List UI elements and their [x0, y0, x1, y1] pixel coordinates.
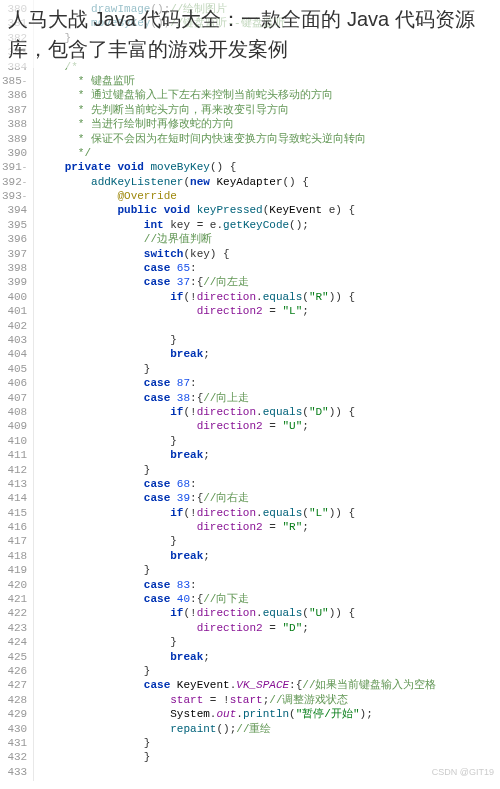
- code-line: int key = e.getKeyCode();: [38, 218, 500, 232]
- code-line: case 83:: [38, 578, 500, 592]
- line-number: 395: [2, 218, 27, 232]
- line-number: 429: [2, 707, 27, 721]
- code-line: if(!direction.equals("R")) {: [38, 290, 500, 304]
- code-line: }: [38, 750, 500, 764]
- watermark: CSDN @GIT19: [432, 767, 494, 777]
- line-number: 420: [2, 578, 27, 592]
- line-number: 383: [2, 45, 27, 59]
- code-line: case 65:: [38, 261, 500, 275]
- line-number: 422: [2, 606, 27, 620]
- line-number: 423: [2, 621, 27, 635]
- line-number: 418: [2, 549, 27, 563]
- line-number: 425: [2, 650, 27, 664]
- code-line: start = !start;//调整游戏状态: [38, 693, 500, 707]
- code-line: drawImage();//绘制图片: [38, 2, 500, 16]
- line-number: 427: [2, 678, 27, 692]
- line-number: 433: [2, 765, 27, 779]
- code-line: }: [38, 362, 500, 376]
- line-number: 394: [2, 203, 27, 217]
- line-number: 413: [2, 477, 27, 491]
- line-number: 407: [2, 391, 27, 405]
- line-number: 405: [2, 362, 27, 376]
- code-line: repaint();//重绘: [38, 722, 500, 736]
- line-number: 385-: [2, 74, 27, 88]
- code-line: }: [38, 736, 500, 750]
- line-number: 396: [2, 232, 27, 246]
- line-number: 404: [2, 347, 27, 361]
- code-line: * 保证不会因为在短时间内快速变换方向导致蛇头逆向转向: [38, 132, 500, 146]
- line-number: 410: [2, 434, 27, 448]
- line-number: 402: [2, 319, 27, 333]
- line-number: 386: [2, 88, 27, 102]
- code-line: break;: [38, 549, 500, 563]
- line-number: 421: [2, 592, 27, 606]
- line-number: 392-: [2, 175, 27, 189]
- code-line: * 先判断当前蛇头方向，再来改变引导方向: [38, 103, 500, 117]
- code-line: direction2 = "L";: [38, 304, 500, 318]
- code-line: [38, 319, 500, 333]
- code-line: case 38:{//向上走: [38, 391, 500, 405]
- line-number: 391-: [2, 160, 27, 174]
- code-line: if(!direction.equals("D")) {: [38, 405, 500, 419]
- code-line: System.out.println("暂停/开始");: [38, 707, 500, 721]
- line-number: 403: [2, 333, 27, 347]
- code-line: case 40:{//向下走: [38, 592, 500, 606]
- line-number: 430: [2, 722, 27, 736]
- line-number: 406: [2, 376, 27, 390]
- code-line: * 通过键盘输入上下左右来控制当前蛇头移动的方向: [38, 88, 500, 102]
- code-line: direction2 = "U";: [38, 419, 500, 433]
- line-numbers: 380381382383384385-386387388389390391-39…: [0, 0, 34, 781]
- line-number: 390: [2, 146, 27, 160]
- line-number: 401: [2, 304, 27, 318]
- code-line: }: [38, 463, 500, 477]
- line-number: 389: [2, 132, 27, 146]
- code-line: }: [38, 563, 500, 577]
- line-number: 432: [2, 750, 27, 764]
- code-line: case KeyEvent.VK_SPACE:{//如果当前键盘输入为空格: [38, 678, 500, 692]
- line-number: 398: [2, 261, 27, 275]
- code-line: if(!direction.equals("L")) {: [38, 506, 500, 520]
- code-line: }: [38, 534, 500, 548]
- code-line: }: [38, 31, 500, 45]
- code-line: break;: [38, 347, 500, 361]
- code-content: drawImage();//绘制图片 moveByKey();//键盘监听--键…: [34, 0, 500, 781]
- line-number: 415: [2, 506, 27, 520]
- line-number: 399: [2, 275, 27, 289]
- line-number: 409: [2, 419, 27, 433]
- code-line: }: [38, 635, 500, 649]
- line-number: 382: [2, 31, 27, 45]
- code-line: }: [38, 333, 500, 347]
- line-number: 408: [2, 405, 27, 419]
- code-line: break;: [38, 650, 500, 664]
- line-number: 414: [2, 491, 27, 505]
- code-line: addKeyListener(new KeyAdapter() {: [38, 175, 500, 189]
- code-line: * 键盘监听: [38, 74, 500, 88]
- line-number: 417: [2, 534, 27, 548]
- code-line: direction2 = "D";: [38, 621, 500, 635]
- line-number: 431: [2, 736, 27, 750]
- line-number: 381: [2, 16, 27, 30]
- code-line: direction2 = "R";: [38, 520, 500, 534]
- code-line: [38, 45, 500, 59]
- code-line: public void keyPressed(KeyEvent e) {: [38, 203, 500, 217]
- code-line: private void moveByKey() {: [38, 160, 500, 174]
- code-line: }: [38, 434, 500, 448]
- line-number: 411: [2, 448, 27, 462]
- line-number: 384: [2, 60, 27, 74]
- line-number: 388: [2, 117, 27, 131]
- code-line: case 87:: [38, 376, 500, 390]
- code-line: moveByKey();//键盘监听--键盘监听: [38, 16, 500, 30]
- code-line: break;: [38, 448, 500, 462]
- line-number: 416: [2, 520, 27, 534]
- line-number: 397: [2, 247, 27, 261]
- code-line: */: [38, 146, 500, 160]
- code-line: }: [38, 664, 500, 678]
- code-line: switch(key) {: [38, 247, 500, 261]
- code-line: * 当进行绘制时再修改蛇的方向: [38, 117, 500, 131]
- code-block: 380381382383384385-386387388389390391-39…: [0, 0, 500, 781]
- line-number: 387: [2, 103, 27, 117]
- code-line: case 37:{//向左走: [38, 275, 500, 289]
- line-number: 424: [2, 635, 27, 649]
- line-number: 428: [2, 693, 27, 707]
- code-line: case 39:{//向右走: [38, 491, 500, 505]
